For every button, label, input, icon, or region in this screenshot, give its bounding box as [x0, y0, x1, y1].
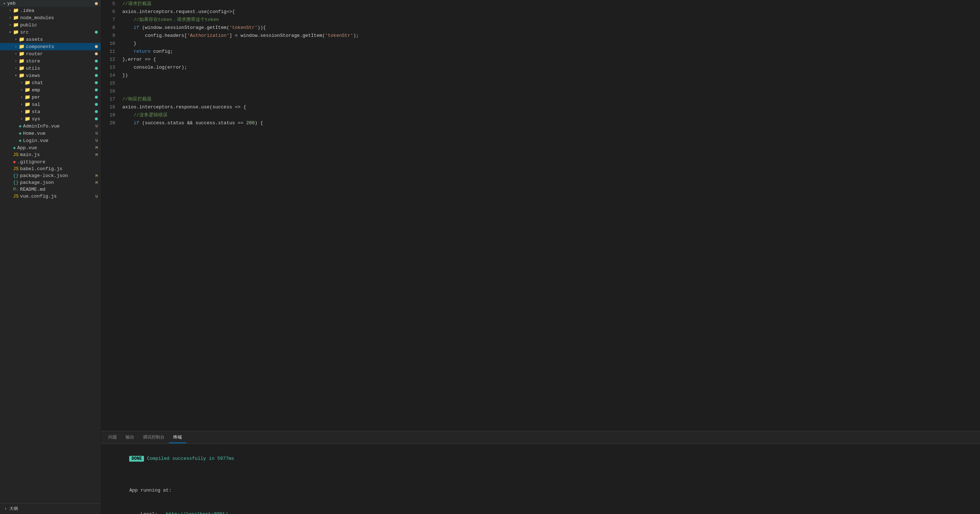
line-num: 9 [101, 32, 121, 40]
sidebar-item-per[interactable]: › 📁 per [0, 94, 101, 101]
sidebar-item-label: sta [32, 109, 95, 115]
chevron-right-icon: › [19, 88, 24, 92]
code-line-13: 13 console.log(error); [101, 64, 980, 72]
terminal-line-running: App running at: [107, 479, 974, 503]
sidebar-item-chat[interactable]: › 📁 chat [0, 79, 101, 86]
sidebar-item-yeb[interactable]: ▾ yeb [0, 0, 101, 7]
sidebar-item-sys[interactable]: › 📁 sys [0, 115, 101, 123]
sidebar-item-home[interactable]: › ◈ Home.vue U [0, 130, 101, 137]
line-num: 8 [101, 24, 121, 32]
sidebar-item-views[interactable]: ▾ 📁 views [0, 72, 101, 79]
sidebar-item-assets[interactable]: › 📁 assets [0, 36, 101, 43]
folder-icon: 📁 [19, 58, 24, 64]
compile-msg: Compiled successfully in 5977ms [147, 456, 234, 461]
modified-badge: M [95, 174, 98, 178]
sidebar-item-label: chat [32, 80, 95, 86]
sidebar-item-readme[interactable]: › M↓ README.md [0, 186, 101, 193]
vue-icon: ◈ [19, 137, 22, 144]
sidebar-badge [95, 96, 98, 99]
tab-debug[interactable]: 调试控制台 [138, 432, 169, 443]
folder-icon: 📁 [19, 73, 24, 78]
sidebar-badge [95, 31, 98, 34]
line-content: config.headers['Authorization'] = window… [121, 32, 980, 40]
folder-icon: 📁 [24, 87, 30, 93]
sidebar-item-package[interactable]: › {} package.json M [0, 179, 101, 186]
sidebar-item-router[interactable]: › 📁 router [0, 50, 101, 57]
folder-icon: 📁 [13, 22, 19, 28]
line-num: 13 [101, 64, 121, 72]
sidebar-item-idea[interactable]: › 📁 .idea [0, 7, 101, 14]
code-line-18: 18 axios.interceptors.response.use(succe… [101, 103, 980, 111]
sidebar-item-components[interactable]: › 📁 components [0, 43, 101, 50]
sidebar-item-mainjs[interactable]: › JS main.js M [0, 152, 101, 158]
line-content [121, 88, 980, 95]
chevron-right-icon: › [19, 117, 24, 121]
json-icon: {} [13, 173, 19, 179]
chevron-right-icon: › [13, 59, 19, 63]
folder-icon: 📁 [19, 37, 24, 42]
line-content: } [121, 40, 980, 48]
code-line-12: 12 },error => { [101, 56, 980, 64]
local-url[interactable]: http://localhost:8081/ [166, 511, 228, 514]
sidebar-item-emp[interactable]: › 📁 emp [0, 86, 101, 94]
line-num: 5 [101, 0, 121, 8]
sidebar-item-label: router [26, 51, 95, 57]
code-line-14: 14 }) [101, 72, 980, 80]
tab-terminal[interactable]: 终端 [169, 432, 186, 443]
line-content: //请求拦截器 [121, 0, 980, 8]
outline-section[interactable]: › 大纲 [0, 503, 101, 514]
line-content: if (success.status && success.status == … [121, 119, 980, 127]
line-content: axios.interceptors.response.use(success … [121, 103, 980, 111]
line-content: return config; [121, 48, 980, 56]
sidebar-item-label: Login.vue [23, 138, 95, 144]
sidebar-item-store[interactable]: › 📁 store [0, 57, 101, 65]
modified-badge: M [95, 145, 98, 150]
sidebar-item-label: per [32, 95, 95, 100]
sidebar-item-package-lock[interactable]: › {} package-lock.json M [0, 172, 101, 179]
sidebar-item-login[interactable]: › ◈ Login.vue U [0, 137, 101, 144]
line-content: console.log(error); [121, 64, 980, 72]
sidebar-item-utils[interactable]: › 📁 utils [0, 65, 101, 72]
sidebar-badge [95, 103, 98, 106]
code-line-17: 17 //响应拦截器 [101, 95, 980, 103]
code-line-10: 10 } [101, 40, 980, 48]
code-editor[interactable]: 5 //请求拦截器 6 axios.interceptors.request.u… [101, 0, 980, 431]
terminal-panel: 问题 输出 调试控制台 终端 DONECompiled successfully… [101, 431, 980, 514]
modified-badge: U [95, 194, 98, 199]
sidebar-badge [95, 60, 98, 62]
line-num: 15 [101, 80, 121, 88]
sidebar-item-vue-config[interactable]: › JS vue.config.js U [0, 193, 101, 200]
chevron-right-icon: › [7, 16, 13, 20]
line-content: if (window.sessionStorage.getItem('token… [121, 24, 980, 32]
code-line-20: 20 if (success.status && success.status … [101, 119, 980, 127]
line-content: axios.interceptors.request.use(config=>{ [121, 8, 980, 16]
tab-output[interactable]: 输出 [121, 432, 138, 443]
line-num: 17 [101, 95, 121, 103]
sidebar-badge [95, 2, 98, 5]
sidebar-item-babel[interactable]: › JS babel.config.js [0, 166, 101, 172]
terminal-line-done: DONECompiled successfully in 5977ms [107, 447, 974, 471]
vue-icon: ◈ [13, 145, 16, 151]
sidebar-item-label: App.vue [18, 145, 95, 151]
sidebar-item-label: package-lock.json [20, 173, 95, 179]
sidebar-item-sal[interactable]: › 📁 sal [0, 101, 101, 108]
sidebar-item-admininfo[interactable]: › ◈ AdminInfo.vue U [0, 123, 101, 130]
sidebar-item-appvue[interactable]: › ◈ App.vue M [0, 144, 101, 152]
tab-problems[interactable]: 问题 [104, 432, 121, 443]
chevron-right-icon: › [19, 102, 24, 107]
sidebar-item-gitignore[interactable]: › ◆ .gitignore [0, 158, 101, 166]
md-icon: M↓ [13, 187, 19, 192]
code-line-9: 9 config.headers['Authorization'] = wind… [101, 32, 980, 40]
sidebar-item-label: components [26, 44, 95, 49]
sidebar-item-node-modules[interactable]: › 📁 node_modules [0, 14, 101, 21]
folder-icon: 📁 [24, 116, 30, 122]
sidebar-item-src[interactable]: ▾ 📁 src [0, 29, 101, 36]
sidebar-item-label: sal [32, 102, 95, 107]
sidebar-item-public[interactable]: › 📁 public [0, 21, 101, 29]
chevron-right-icon: › [13, 38, 19, 42]
code-line-8: 8 if (window.sessionStorage.getItem('tok… [101, 24, 980, 32]
sidebar-item-label: assets [26, 37, 101, 42]
sidebar-badge [95, 117, 98, 120]
sidebar-item-sta[interactable]: › 📁 sta [0, 108, 101, 115]
sidebar-item-label: utils [26, 66, 95, 71]
